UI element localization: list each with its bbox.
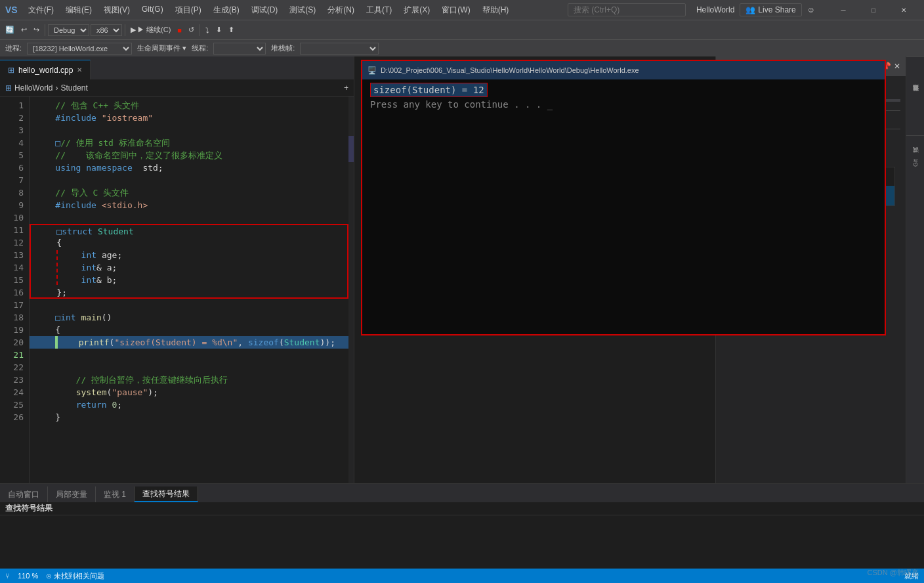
breadcrumb-bar: ⊞ HelloWorld › Student + xyxy=(0,79,354,97)
code-line-9: #include <stdio.h> xyxy=(30,199,348,211)
menu-git[interactable]: Git(G) xyxy=(136,3,169,17)
callstack-dropdown[interactable] xyxy=(300,43,379,54)
code-line-16: }; xyxy=(30,286,348,299)
terminal-output-line-2: Press any key to continue . . . _ xyxy=(370,99,877,110)
file-icon: ⊞ xyxy=(8,66,14,75)
callstack-label: 堆栈帧: xyxy=(271,43,295,53)
code-line-21 xyxy=(30,349,348,361)
toolbar-sep-1 xyxy=(45,24,45,36)
bottom-tab-watch[interactable]: 监视 1 xyxy=(96,486,135,502)
terminal-highlight: sizeof(Student) = 12 xyxy=(370,83,488,97)
continue-label: ▶ 继续(C) xyxy=(137,25,171,35)
toolbar-sep-2 xyxy=(125,24,125,36)
minimap xyxy=(348,97,354,483)
lifecycle-label[interactable]: 生命周期事件 ▾ xyxy=(137,43,186,53)
no-issues-status[interactable]: ⊙ 未找到相关问题 xyxy=(46,571,104,581)
menu-window[interactable]: 窗口(W) xyxy=(436,3,475,17)
side-tab-git[interactable]: Git 调试 xyxy=(906,135,924,188)
terminal-output-line-1: sizeof(Student) = 12 xyxy=(370,85,877,95)
new-file-button[interactable]: 🔄 xyxy=(3,24,17,35)
restart-button[interactable]: ↺ xyxy=(186,24,197,35)
menu-debug[interactable]: 调试(D) xyxy=(246,3,284,17)
terminal-icon: 🖥️ xyxy=(368,66,377,75)
csdn-watermark: CSDN @韩曙亮 xyxy=(868,568,919,578)
live-share-button[interactable]: 👥 Live Share xyxy=(740,3,801,16)
code-line-6: using namespace std; xyxy=(30,162,348,174)
code-line-12: { xyxy=(30,236,348,249)
terminal-title: D:\002_Project\006_Visual_Studio\HelloWo… xyxy=(381,66,639,74)
menu-build[interactable]: 生成(B) xyxy=(208,3,245,17)
step-out-button[interactable]: ⬆ xyxy=(226,24,237,35)
bottom-tab-locals[interactable]: 局部变量 xyxy=(48,486,96,502)
window-controls: ─ □ ✕ xyxy=(828,0,919,20)
step-over-button[interactable]: ⤵ xyxy=(203,25,212,35)
editor-tab-hello-world[interactable]: ⊞ hello_world.cpp ✕ xyxy=(0,60,91,79)
no-issues-text: ⊙ 未找到相关问题 xyxy=(46,571,104,581)
zoom-value: 110 % xyxy=(18,572,38,580)
menu-extensions[interactable]: 扩展(X) xyxy=(398,3,435,17)
step-into-button[interactable]: ⬇ xyxy=(213,24,224,35)
process-label: 进程: xyxy=(5,43,22,53)
code-line-24: system("pause"); xyxy=(30,386,348,399)
menu-project[interactable]: 项目(P) xyxy=(170,3,207,17)
play-icon: ▶ xyxy=(131,26,136,34)
code-line-13: int age; xyxy=(30,249,348,261)
side-tabs: 渲染引擎调试器 Git 调试 xyxy=(906,56,924,483)
close-button[interactable]: ✕ xyxy=(889,0,919,20)
side-tab-renderer[interactable]: 渲染引擎调试器 xyxy=(906,56,924,135)
bottom-tabs: 自动窗口 局部变量 监视 1 查找符号结果 xyxy=(0,484,924,502)
code-line-1: // 包含 C++ 头文件 xyxy=(30,99,348,112)
code-line-2: #include "iostream" xyxy=(30,112,348,124)
thread-label: 线程: xyxy=(192,43,208,53)
process-dropdown[interactable]: [18232] HelloWorld.exe xyxy=(27,43,132,54)
menu-help[interactable]: 帮助(H) xyxy=(477,3,514,17)
zoom-status[interactable]: 110 % xyxy=(18,572,38,580)
tab-close-button[interactable]: ✕ xyxy=(77,66,82,74)
diag-close-icon[interactable]: ✕ xyxy=(894,62,900,71)
code-editor[interactable]: 1 2 3 4 5 6 7 8 9 10 11 12 13 14 15 16 1… xyxy=(0,97,354,483)
maximize-button[interactable]: □ xyxy=(858,0,889,20)
thread-dropdown[interactable] xyxy=(213,43,266,54)
terminal-title-bar: 🖥️ D:\002_Project\006_Visual_Studio\Hell… xyxy=(362,61,885,79)
code-line-18: □int main() xyxy=(30,311,348,324)
code-line-22 xyxy=(30,361,348,374)
line-numbers: 1 2 3 4 5 6 7 8 9 10 11 12 13 14 15 16 1… xyxy=(0,97,30,483)
minimize-button[interactable]: ─ xyxy=(828,0,858,20)
platform-dropdown[interactable]: x86 xyxy=(91,24,122,36)
search-input[interactable] xyxy=(568,3,686,16)
menu-edit[interactable]: 编辑(E) xyxy=(60,3,97,17)
code-line-23: // 控制台暂停，按任意键继续向后执行 xyxy=(30,374,348,386)
undo-button[interactable]: ↩ xyxy=(18,24,30,35)
breadcrumb-add[interactable]: + xyxy=(344,83,348,93)
code-line-19: { xyxy=(30,324,348,336)
breadcrumb-name[interactable]: HelloWorld xyxy=(14,83,52,93)
code-line-14: int& a; xyxy=(30,261,348,274)
code-line-20: printf("sizeof(Student) = %d\n", sizeof(… xyxy=(30,336,348,349)
breadcrumb-class[interactable]: Student xyxy=(60,83,87,93)
menu-tools[interactable]: 工具(T) xyxy=(361,3,397,17)
editor-panel: ⊞ hello_world.cpp ✕ ⊞ HelloWorld › Stude… xyxy=(0,56,354,483)
code-lines: // 包含 C++ 头文件 #include "iostream" □// 使用… xyxy=(30,97,348,483)
debug-config-dropdown[interactable]: Debug xyxy=(48,24,89,36)
title-bar: VS 文件(F) 编辑(E) 视图(V) Git(G) 项目(P) 生成(B) … xyxy=(0,0,924,20)
menu-analyze[interactable]: 分析(N) xyxy=(322,3,360,17)
live-share-icon: 👥 xyxy=(746,5,755,14)
code-line-11: □struct Student xyxy=(30,224,348,236)
continue-button[interactable]: ▶ ▶ 继续(C) xyxy=(128,24,173,36)
code-line-4: □// 使用 std 标准命名空间 xyxy=(30,137,348,149)
terminal-body: sizeof(Student) = 12 Press any key to co… xyxy=(362,79,885,334)
breadcrumb-sep: › xyxy=(55,83,58,93)
redo-button[interactable]: ↪ xyxy=(31,24,42,35)
terminal-window[interactable]: 🖥️ D:\002_Project\006_Visual_Studio\Hell… xyxy=(361,60,886,335)
stop-button[interactable]: ■ xyxy=(175,25,184,35)
git-status[interactable]: ⑂ xyxy=(5,572,10,580)
bottom-tab-find-symbol[interactable]: 查找符号结果 xyxy=(135,486,198,502)
menu-file[interactable]: 文件(F) xyxy=(23,3,59,17)
code-line-5: // 该命名空间中，定义了很多标准定义 xyxy=(30,149,348,162)
menu-test[interactable]: 测试(S) xyxy=(284,3,321,17)
menu-view[interactable]: 视图(V) xyxy=(98,3,135,17)
feedback-icon[interactable]: ☺ xyxy=(807,5,815,14)
editor-tabs: ⊞ hello_world.cpp ✕ xyxy=(0,56,354,79)
bottom-tab-auto[interactable]: 自动窗口 xyxy=(0,486,48,502)
main-content: ⊞ hello_world.cpp ✕ ⊞ HelloWorld › Stude… xyxy=(0,56,924,483)
